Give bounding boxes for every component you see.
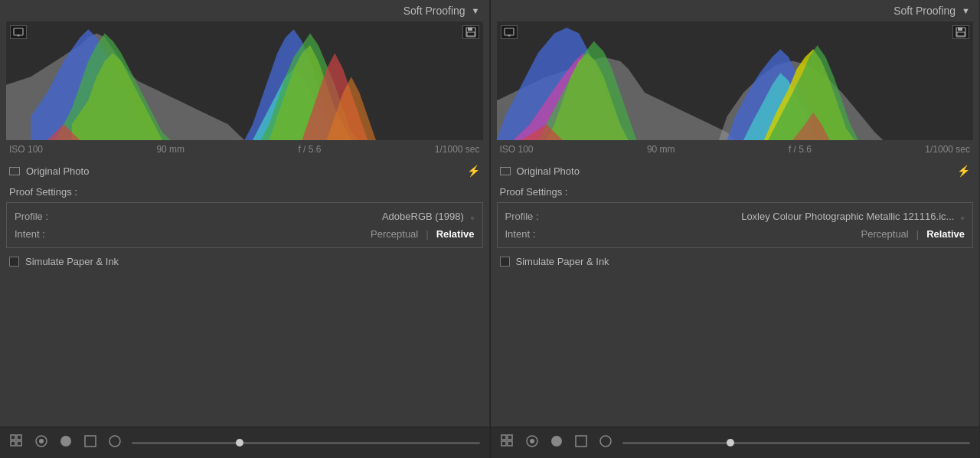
right-intent-separator: | xyxy=(916,228,919,240)
right-bolt-icon[interactable]: ⚡ xyxy=(957,165,970,177)
left-original-photo-row: Original Photo ⚡ xyxy=(0,159,489,183)
left-intent-row: Intent : Perceptual | Relative xyxy=(15,225,475,243)
left-profile-row: Profile : AdobeRGB (1998) ⬦ xyxy=(15,208,475,225)
right-iso: ISO 100 xyxy=(500,144,534,155)
left-original-photo-left: Original Photo xyxy=(9,165,89,177)
right-original-photo-label: Original Photo xyxy=(517,165,580,177)
left-intent-perceptual[interactable]: Perceptual xyxy=(371,228,418,240)
svg-rect-46 xyxy=(501,441,506,446)
left-save-icon[interactable] xyxy=(462,25,479,39)
svg-rect-4 xyxy=(468,28,472,31)
left-original-photo-label: Original Photo xyxy=(26,165,89,177)
svg-rect-44 xyxy=(501,435,506,440)
svg-rect-19 xyxy=(11,441,15,446)
left-intent-label: Intent : xyxy=(15,228,60,240)
left-original-photo-icon xyxy=(9,167,20,175)
right-toolbar-circle-icon[interactable] xyxy=(598,433,613,452)
svg-rect-5 xyxy=(467,32,475,36)
right-toolbar-square-icon[interactable] xyxy=(573,433,589,452)
left-panel-header: Soft Proofing ▼ xyxy=(0,0,489,21)
left-profile-label: Profile : xyxy=(15,211,60,222)
svg-rect-17 xyxy=(11,435,15,440)
left-simulate-row: Simulate Paper & Ink xyxy=(0,248,489,275)
svg-rect-24 xyxy=(85,436,96,447)
svg-rect-45 xyxy=(508,435,512,440)
right-toolbar-slider-thumb[interactable] xyxy=(727,439,734,447)
left-iso: ISO 100 xyxy=(9,144,43,155)
right-panel: Soft Proofing ▼ xyxy=(491,0,981,458)
right-simulate-checkbox[interactable] xyxy=(500,257,510,267)
svg-rect-0 xyxy=(14,28,23,35)
left-simulate-label: Simulate Paper & Ink xyxy=(25,256,119,267)
right-profile-value[interactable]: Loxley Colour Photographic Metallic 1211… xyxy=(551,211,965,222)
right-soft-proofing-title: Soft Proofing xyxy=(893,5,956,17)
left-bolt-icon[interactable]: ⚡ xyxy=(467,165,480,177)
left-exif-row: ISO 100 90 mm f / 5.6 1/1000 sec xyxy=(0,140,489,159)
right-soft-proofing-chevron[interactable]: ▼ xyxy=(962,6,970,15)
left-histogram xyxy=(6,21,483,140)
left-proof-settings-box: Profile : AdobeRGB (1998) ⬦ Intent : Per… xyxy=(6,202,483,248)
left-toolbar-circledot-icon[interactable] xyxy=(34,433,49,452)
right-simulate-row: Simulate Paper & Ink xyxy=(491,248,980,275)
svg-point-25 xyxy=(109,436,120,447)
right-intent-perceptual[interactable]: Perceptual xyxy=(861,228,909,240)
right-original-photo-row: Original Photo ⚡ xyxy=(491,159,980,183)
right-monitor-icon[interactable] xyxy=(501,25,518,39)
svg-rect-30 xyxy=(958,28,962,31)
left-intent-relative[interactable]: Relative xyxy=(436,228,475,240)
left-soft-proofing-chevron[interactable]: ▼ xyxy=(472,6,480,15)
svg-point-50 xyxy=(551,436,562,447)
right-profile-row: Profile : Loxley Colour Photographic Met… xyxy=(505,208,965,225)
left-intent-separator: | xyxy=(426,228,428,240)
left-toolbar-slider-thumb[interactable] xyxy=(236,439,243,447)
left-aperture: f / 5.6 xyxy=(298,144,321,155)
right-histogram-chart xyxy=(497,21,974,140)
right-focal: 90 mm xyxy=(647,144,675,155)
right-simulate-label: Simulate Paper & Ink xyxy=(516,256,609,267)
right-toolbar-record-icon[interactable] xyxy=(549,433,564,452)
left-proof-settings-label: Proof Settings : xyxy=(0,183,489,202)
left-toolbar-circle-icon[interactable] xyxy=(107,433,122,452)
left-profile-dropdown-icon[interactable]: ⬦ xyxy=(470,213,475,221)
right-original-photo-left: Original Photo xyxy=(500,165,580,177)
left-toolbar-slider[interactable] xyxy=(132,442,480,444)
left-monitor-icon[interactable] xyxy=(10,25,27,39)
svg-rect-26 xyxy=(505,28,514,35)
right-intent-relative[interactable]: Relative xyxy=(926,228,965,240)
right-aperture: f / 5.6 xyxy=(789,144,812,155)
left-toolbar-square-icon[interactable] xyxy=(83,433,98,452)
left-toolbar-record-icon[interactable] xyxy=(58,433,74,452)
svg-point-23 xyxy=(60,436,71,447)
left-toolbar-grid-icon[interactable] xyxy=(9,433,24,452)
left-histogram-chart xyxy=(6,21,483,140)
right-histogram xyxy=(497,21,974,140)
right-intent-options: Perceptual | Relative xyxy=(551,228,965,240)
right-toolbar-circledot-icon[interactable] xyxy=(524,433,540,452)
left-focal: 90 mm xyxy=(156,144,185,155)
right-profile-dropdown-icon[interactable]: ⬦ xyxy=(960,213,965,221)
left-soft-proofing-title: Soft Proofing xyxy=(403,5,466,17)
left-histogram-icons xyxy=(10,25,479,39)
svg-rect-31 xyxy=(957,32,965,36)
right-panel-header: Soft Proofing ▼ xyxy=(491,0,980,21)
left-shutter: 1/1000 sec xyxy=(435,144,480,155)
right-proof-settings-box: Profile : Loxley Colour Photographic Met… xyxy=(497,202,974,248)
right-proof-settings-label: Proof Settings : xyxy=(491,183,980,202)
svg-rect-18 xyxy=(17,435,21,440)
right-toolbar xyxy=(491,427,980,458)
right-toolbar-slider[interactable] xyxy=(622,442,971,444)
right-toolbar-grid-icon[interactable] xyxy=(500,433,515,452)
svg-point-49 xyxy=(530,439,534,443)
left-profile-value[interactable]: AdobeRGB (1998) ⬦ xyxy=(60,211,475,222)
left-panel: Soft Proofing ▼ xyxy=(0,0,490,458)
right-shutter: 1/1000 sec xyxy=(925,144,970,155)
left-toolbar xyxy=(0,427,489,458)
right-save-icon[interactable] xyxy=(952,25,969,39)
right-intent-row: Intent : Perceptual | Relative xyxy=(505,225,965,243)
svg-rect-20 xyxy=(17,441,21,446)
left-simulate-checkbox[interactable] xyxy=(9,257,19,267)
left-intent-options: Perceptual | Relative xyxy=(60,228,475,240)
right-exif-row: ISO 100 90 mm f / 5.6 1/1000 sec xyxy=(491,140,980,159)
right-intent-label: Intent : xyxy=(505,228,551,240)
right-profile-label: Profile : xyxy=(505,211,551,222)
